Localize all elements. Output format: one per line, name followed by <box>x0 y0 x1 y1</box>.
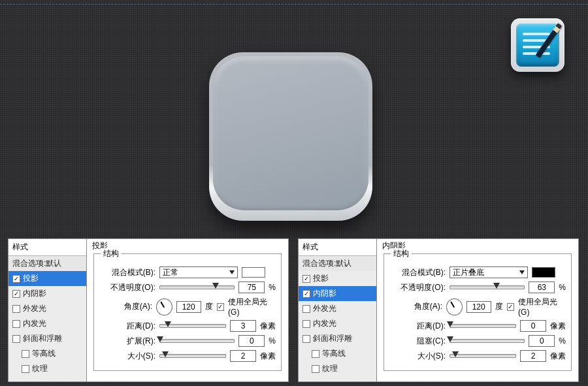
row-opacity: 不透明度(O):63% <box>389 281 566 293</box>
structure-group: 结构混合模式(B):正片叠底不透明度(O):63%角度(A):120度使用全局光… <box>384 253 572 371</box>
angle-input[interactable]: 120 <box>466 301 491 313</box>
checkbox-contour[interactable] <box>312 350 319 358</box>
checkbox-drop-shadow[interactable] <box>12 275 20 283</box>
checkbox-contour[interactable] <box>22 350 29 358</box>
global-light-label: 使用全局光(G) <box>518 297 566 317</box>
spread-input[interactable]: 0 <box>238 335 265 347</box>
distance-input[interactable]: 3 <box>230 320 256 332</box>
size-input[interactable]: 2 <box>520 350 546 362</box>
style-form: 内阴影结构混合模式(B):正片叠底不透明度(O):63%角度(A):120度使用… <box>377 239 578 381</box>
label-blend_mode: 混合模式(B): <box>99 267 155 278</box>
label-opacity: 不透明度(O): <box>99 282 155 293</box>
angle-dial[interactable] <box>156 298 172 315</box>
color-swatch[interactable] <box>532 267 555 278</box>
style-row-inner-shadow[interactable]: 内阴影 <box>299 286 376 301</box>
style-row-label: 内发光 <box>313 318 336 329</box>
style-row-texture[interactable]: 纹理 <box>299 361 376 376</box>
blending-options-row[interactable]: 混合选项:默认 <box>299 256 376 271</box>
style-row-drop-shadow[interactable]: 投影 <box>8 271 86 286</box>
checkbox-texture[interactable] <box>22 365 29 373</box>
style-row-contour[interactable]: 等高线 <box>299 346 376 361</box>
slider-thumb[interactable] <box>162 351 169 357</box>
global-light-checkbox[interactable] <box>507 303 514 311</box>
style-row-contour[interactable]: 等高线 <box>8 346 86 361</box>
style-row-inner-glow[interactable]: 内发光 <box>8 316 86 331</box>
label-opacity: 不透明度(O): <box>389 282 446 293</box>
row-blend-mode: 混合模式(B):正片叠底 <box>389 266 566 278</box>
style-row-bevel[interactable]: 斜面和浮雕 <box>299 331 376 346</box>
icon-preview-3d <box>209 30 372 226</box>
slider-thumb[interactable] <box>447 321 453 327</box>
checkbox-bevel[interactable] <box>302 335 310 343</box>
style-row-label: 内阴影 <box>23 288 46 299</box>
label-size: 大小(S): <box>99 351 155 362</box>
slider-thumb[interactable] <box>447 336 453 342</box>
row-size: 大小(S):2像素 <box>99 350 276 362</box>
unit-pct: % <box>559 283 566 292</box>
color-swatch[interactable] <box>242 267 265 278</box>
slider-thumb[interactable] <box>157 336 163 342</box>
label-choke: 阻塞(C): <box>389 336 446 347</box>
blending-options-row[interactable]: 混合选项:默认 <box>8 256 86 271</box>
size-input[interactable]: 2 <box>230 350 256 362</box>
blend-mode-select[interactable]: 正常 <box>159 266 238 278</box>
opacity-input[interactable]: 63 <box>529 281 555 293</box>
size-slider[interactable] <box>449 354 516 358</box>
style-row-label: 投影 <box>23 273 39 284</box>
slider-thumb[interactable] <box>452 351 459 357</box>
checkbox-texture[interactable] <box>312 365 319 373</box>
checkbox-inner-glow[interactable] <box>12 320 20 328</box>
icon-top-face <box>213 56 368 210</box>
row-spread: 阻塞(C):0% <box>389 335 566 347</box>
angle-dial[interactable] <box>446 298 463 315</box>
style-row-label: 纹理 <box>32 363 48 374</box>
style-row-bevel[interactable]: 斜面和浮雕 <box>8 331 86 346</box>
checkbox-bevel[interactable] <box>12 335 20 343</box>
blend-mode-select[interactable]: 正片叠底 <box>449 266 528 278</box>
style-row-outer-glow[interactable]: 外发光 <box>299 301 376 316</box>
styles-header: 样式 <box>8 239 86 256</box>
checkbox-outer-glow[interactable] <box>12 305 20 313</box>
spread-slider[interactable] <box>159 339 235 343</box>
checkbox-inner-shadow[interactable] <box>12 290 20 298</box>
checkbox-outer-glow[interactable] <box>302 305 310 313</box>
layer-style-panel: 样式混合选项:默认投影内阴影外发光内发光斜面和浮雕等高线纹理投影结构混合模式(B… <box>8 238 289 382</box>
group-label: 结构 <box>101 248 122 259</box>
slider-thumb[interactable] <box>493 283 500 289</box>
opacity-slider[interactable] <box>159 285 235 289</box>
distance-slider[interactable] <box>449 324 516 328</box>
opacity-input[interactable]: 75 <box>238 281 265 293</box>
style-row-label: 投影 <box>313 273 329 284</box>
checkbox-inner-glow[interactable] <box>302 320 310 328</box>
unit-pct: % <box>269 336 276 346</box>
distance-input[interactable]: 0 <box>520 320 546 332</box>
style-row-outer-glow[interactable]: 外发光 <box>8 301 86 316</box>
styles-list: 样式混合选项:默认投影内阴影外发光内发光斜面和浮雕等高线纹理 <box>299 239 377 381</box>
opacity-slider[interactable] <box>449 285 525 289</box>
icon-base-metal <box>209 52 372 221</box>
spread-input[interactable]: 0 <box>529 335 555 347</box>
group-label: 结构 <box>391 248 412 259</box>
chevron-down-icon <box>229 270 235 274</box>
style-row-texture[interactable]: 纹理 <box>8 361 86 376</box>
checkbox-inner-shadow[interactable] <box>302 290 310 298</box>
distance-slider[interactable] <box>159 324 226 328</box>
checkbox-drop-shadow[interactable] <box>302 275 310 283</box>
style-row-label: 等高线 <box>322 348 346 359</box>
label-distance: 距离(D): <box>389 321 446 332</box>
styles-header: 样式 <box>299 239 376 256</box>
spread-slider[interactable] <box>449 339 525 343</box>
style-row-inner-shadow[interactable]: 内阴影 <box>8 286 86 301</box>
row-size: 大小(S):2像素 <box>389 350 566 362</box>
style-row-inner-glow[interactable]: 内发光 <box>299 316 376 331</box>
styles-list: 样式混合选项:默认投影内阴影外发光内发光斜面和浮雕等高线纹理 <box>8 239 87 381</box>
style-row-label: 斜面和浮雕 <box>23 333 62 344</box>
global-light-checkbox[interactable] <box>217 303 224 311</box>
label-angle: 角度(A): <box>389 301 442 312</box>
size-slider[interactable] <box>159 354 226 358</box>
slider-thumb[interactable] <box>212 283 219 289</box>
style-row-drop-shadow[interactable]: 投影 <box>299 271 376 286</box>
slider-thumb[interactable] <box>165 321 171 327</box>
unit-px: 像素 <box>260 321 276 332</box>
angle-input[interactable]: 120 <box>176 301 201 313</box>
